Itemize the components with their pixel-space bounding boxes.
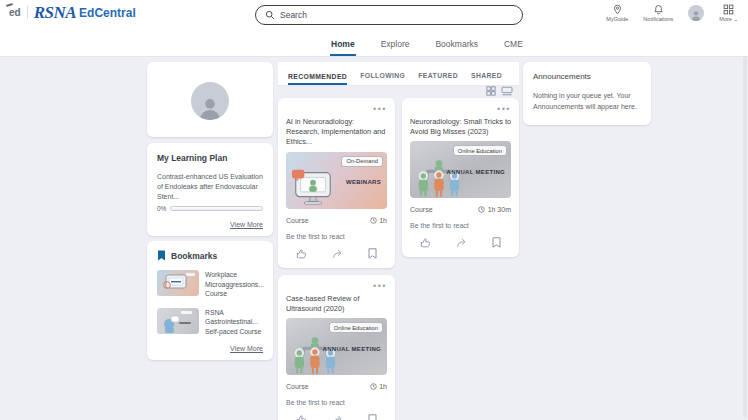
course-thumbnail[interactable]: Online Education ANNUAL MEETING (410, 141, 511, 198)
course-meta: Course 1h (286, 383, 387, 390)
primary-nav: Home Explore Bookmarks CME (0, 31, 748, 57)
ed-logo[interactable]: ed (9, 7, 21, 18)
edcentral-logo-text: EdCentral (79, 6, 136, 20)
card-actions (286, 248, 387, 259)
course-duration: 1h (370, 383, 387, 390)
profile-card[interactable] (147, 62, 273, 137)
course-meta: Course 1h (286, 217, 387, 224)
progress-percent: 0% (157, 205, 166, 212)
course-title[interactable]: Neuroradiology: Small Tricks to Avoid Bi… (410, 117, 511, 137)
feed-tabs: RECOMMENDED FOLLOWING FEATURED SHARED (278, 62, 519, 86)
feed-tab-shared[interactable]: SHARED (471, 72, 502, 85)
course-card[interactable]: ••• Case-based Review of Ultrasound (202… (278, 275, 395, 420)
course-meta: Course 1h 30m (410, 206, 511, 213)
bookmarks-view-more-link[interactable]: View More (157, 345, 263, 352)
like-button[interactable] (420, 237, 431, 248)
like-button[interactable] (296, 248, 307, 259)
announcements-empty-text: Nothing in your queue yet. Your Announce… (533, 91, 641, 112)
course-duration: 1h 30m (478, 206, 511, 213)
person-icon (197, 96, 223, 120)
announcements-title: Announcements (533, 72, 641, 81)
notifications-button[interactable]: Notifications (643, 4, 673, 22)
like-button[interactable] (296, 414, 307, 420)
course-type: Course (286, 217, 309, 224)
clock-icon (370, 217, 377, 224)
list-view-icon[interactable] (501, 86, 513, 96)
feed-tab-recommended[interactable]: RECOMMENDED (288, 73, 347, 86)
search-bar[interactable] (255, 5, 523, 25)
bookmark-thumbnail (157, 270, 199, 296)
course-card[interactable]: ••• AI in Neuroradiology: Research, Impl… (278, 98, 395, 268)
course-thumbnail[interactable]: Online Education ANNUAL MEETING (286, 318, 387, 375)
myguide-button[interactable]: MyGuide (606, 4, 628, 22)
learning-plan-card: My Learning Plan Contrast-enhanced US Ev… (147, 143, 273, 236)
bookmark-button[interactable] (492, 237, 501, 248)
learning-plan-view-more-link[interactable]: View More (157, 221, 263, 228)
myguide-label: MyGuide (606, 16, 628, 22)
search-icon (265, 10, 275, 20)
course-title[interactable]: Case-based Review of Ultrasound (2020) (286, 294, 387, 314)
announcements-card: Announcements Nothing in your queue yet.… (523, 62, 651, 125)
location-pin-icon (612, 4, 623, 15)
clock-icon (370, 383, 377, 390)
left-sidebar: My Learning Plan Contrast-enhanced US Ev… (147, 62, 273, 360)
react-prompt: Be the first to react (286, 399, 387, 406)
caret-down-icon: ⌄ (733, 16, 738, 22)
program-label: WEBINARS (346, 179, 381, 185)
feed-tab-featured[interactable]: FEATURED (418, 72, 458, 85)
brand-area: ed RSNA EdCentral (9, 4, 136, 21)
bookmark-item[interactable]: RSNA Gastrointestinal... Self-paced Cour… (157, 308, 263, 337)
react-prompt: Be the first to react (286, 233, 387, 240)
nav-tab-explore[interactable]: Explore (380, 39, 411, 56)
bookmark-button[interactable] (368, 414, 377, 420)
course-card-grid: ••• AI in Neuroradiology: Research, Impl… (278, 98, 519, 420)
learning-plan-item-title[interactable]: Contrast-enhanced US Evaluation of Endol… (157, 172, 263, 201)
nav-tab-cme[interactable]: CME (503, 39, 524, 56)
grid-view-icon[interactable] (486, 86, 496, 96)
bookmarks-header: Bookmarks (157, 250, 263, 261)
user-avatar[interactable] (688, 5, 704, 21)
card-overflow-menu-icon[interactable]: ••• (286, 106, 387, 113)
top-header: ed RSNA EdCentral MyGuide Notifications (0, 0, 748, 31)
top-actions: MyGuide Notifications More ⌄ (606, 4, 738, 22)
card-overflow-menu-icon[interactable]: ••• (410, 106, 511, 113)
brand-divider (27, 6, 28, 19)
share-button[interactable] (332, 248, 343, 259)
bookmark-item[interactable]: Workplace Microaggressions... Course (157, 270, 263, 299)
bookmarks-title: Bookmarks (171, 251, 217, 261)
bookmark-item-title: Workplace Microaggressions... (205, 271, 264, 288)
bookmark-item-text: RSNA Gastrointestinal... Self-paced Cour… (205, 308, 263, 337)
bookmark-button[interactable] (368, 248, 377, 259)
annual-meeting-illustration (414, 154, 468, 198)
bell-icon (653, 4, 664, 15)
course-thumbnail[interactable]: On-Demand WEBINARS (286, 152, 387, 209)
course-duration: 1h (370, 217, 387, 224)
scrollbar[interactable] (743, 57, 747, 418)
progress-bar (170, 206, 263, 211)
share-button[interactable] (456, 237, 467, 248)
program-label: ANNUAL MEETING (323, 346, 381, 352)
card-overflow-menu-icon[interactable]: ••• (286, 283, 387, 290)
more-menu-button[interactable]: More ⌄ (719, 4, 738, 22)
more-label: More ⌄ (719, 16, 738, 22)
format-badge: Online Education (453, 145, 507, 156)
card-actions (286, 414, 387, 420)
rsna-logo[interactable]: RSNA (34, 4, 76, 21)
course-title[interactable]: AI in Neuroradiology: Research, Implemen… (286, 117, 387, 148)
feed-tab-following[interactable]: FOLLOWING (360, 72, 405, 85)
nav-tab-home[interactable]: Home (330, 39, 356, 56)
format-badge: Online Education (329, 322, 383, 333)
share-button[interactable] (332, 414, 343, 420)
course-card[interactable]: ••• Neuroradiology: Small Tricks to Avoi… (402, 98, 519, 257)
bookmark-item-subtitle: Self-paced Course (205, 328, 261, 335)
format-badge: On-Demand (341, 156, 383, 167)
primary-nav-tabs: Home Explore Bookmarks CME (330, 39, 524, 56)
view-toggle (486, 86, 513, 96)
bookmarks-card: Bookmarks Workplace Microaggressions... … (147, 241, 273, 360)
nav-tab-bookmarks[interactable]: Bookmarks (434, 39, 479, 56)
bookmark-item-text: Workplace Microaggressions... Course (205, 270, 264, 299)
profile-avatar[interactable] (191, 82, 229, 120)
edcentral-app: ed RSNA EdCentral MyGuide Notifications (0, 0, 748, 420)
search-input[interactable] (280, 10, 513, 20)
course-type: Course (410, 206, 433, 213)
